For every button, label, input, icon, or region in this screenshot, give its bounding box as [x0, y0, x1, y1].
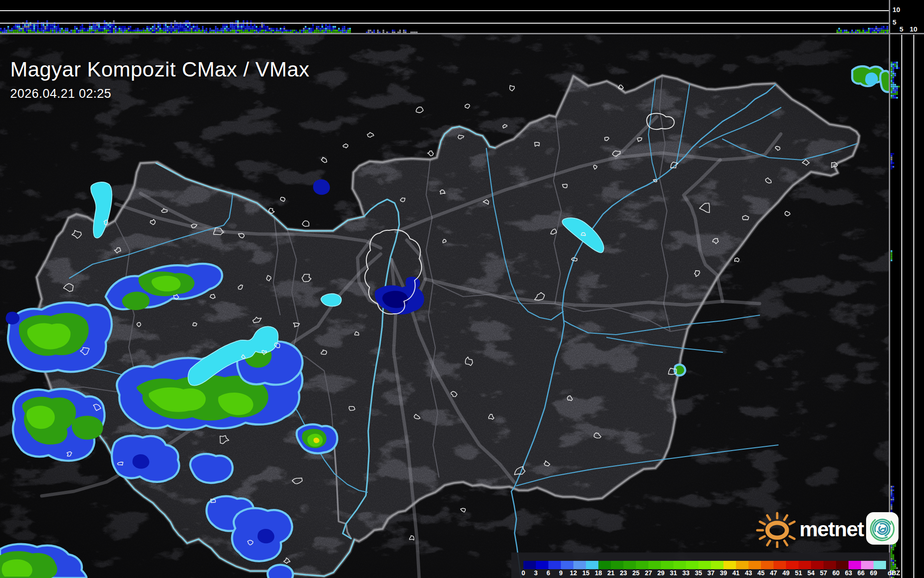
- top-cross-section: [0, 0, 924, 34]
- legend-color-block: [536, 561, 548, 569]
- legend-label: 27: [645, 570, 652, 576]
- legend-color-block: [761, 561, 773, 569]
- sun-icon: [753, 509, 798, 548]
- legend-label: 60: [832, 570, 840, 576]
- legend-color-block: [711, 561, 723, 569]
- legend-label: 35: [695, 570, 702, 576]
- legend-color-block: [548, 561, 561, 569]
- legend-color-block: [849, 561, 861, 569]
- legend-label: 12: [570, 570, 577, 576]
- legend-color-block: [523, 561, 536, 569]
- legend-label: 45: [757, 570, 765, 576]
- top-5km-line: [0, 23, 890, 24]
- page-title: Magyar Kompozit CMax / VMax: [10, 58, 309, 80]
- legend-label: 25: [632, 570, 640, 576]
- legend-color-block: [723, 561, 736, 569]
- legend-color-block: [586, 561, 598, 569]
- legend-label: 51: [795, 570, 802, 576]
- legend-color-block: [836, 561, 849, 569]
- right-5km-line: [901, 35, 902, 578]
- radar-composite-frame: 10 5 5 10 Magyar Kompozit CMax / VMax 20…: [0, 0, 924, 578]
- top-cross-section-canvas: [0, 0, 924, 34]
- legend-color-block: [573, 561, 586, 569]
- legend-color-block: [636, 561, 648, 569]
- legend-color-block: [811, 561, 823, 569]
- top-10km-line: [0, 10, 890, 11]
- legend-label: 63: [845, 570, 852, 576]
- legend-color-block: [598, 561, 611, 569]
- right-cross-section-canvas: [890, 0, 924, 578]
- top-tick-10: 10: [893, 6, 900, 13]
- legend-color-block: [661, 561, 673, 569]
- metnet-app-icon: [866, 512, 899, 545]
- right-tick-5: 5: [899, 25, 903, 32]
- legend-color-block: [611, 561, 623, 569]
- legend-color-block: [673, 561, 686, 569]
- dbz-legend: 0369121518212325272931333537394143454749…: [511, 553, 890, 578]
- right-cross-section: [890, 0, 924, 578]
- legend-label: 21: [607, 570, 615, 576]
- map-canvas: [0, 34, 890, 578]
- legend-color-block: [686, 561, 698, 569]
- legend-color-block: [798, 561, 811, 569]
- legend-color-block: [773, 561, 786, 569]
- legend-label: 47: [770, 570, 777, 576]
- legend-color-block: [861, 561, 874, 569]
- legend-label: 69: [870, 570, 877, 576]
- header: Magyar Kompozit CMax / VMax 2026.04.21 0…: [10, 58, 309, 101]
- legend-label: 57: [820, 570, 827, 576]
- legend-label: 37: [707, 570, 715, 576]
- legend-label: 15: [582, 570, 590, 576]
- legend-label: 18: [595, 570, 602, 576]
- legend-color-block: [823, 561, 836, 569]
- legend-label: 54: [807, 570, 815, 576]
- legend-label: 29: [657, 570, 665, 576]
- legend-label: 9: [559, 570, 563, 576]
- legend-color-block: [786, 561, 798, 569]
- legend-label: 49: [782, 570, 790, 576]
- legend-color-block: [736, 561, 748, 569]
- metnet-logo: metnet: [753, 509, 899, 548]
- legend-unit: dBZ: [887, 570, 900, 576]
- legend-label: 23: [620, 570, 627, 576]
- legend-color-block: [623, 561, 636, 569]
- top-tick-5: 5: [893, 19, 896, 25]
- legend-color-block: [748, 561, 761, 569]
- timestamp: 2026.04.21 02:25: [10, 87, 309, 101]
- legend-color-block: [648, 561, 661, 569]
- map-right-edge: [889, 0, 890, 578]
- legend-label: 41: [732, 570, 740, 576]
- legend-color-block: [561, 561, 573, 569]
- legend-color-block: [698, 561, 711, 569]
- legend-label: 3: [534, 570, 538, 576]
- legend-label: 0: [522, 570, 525, 576]
- legend-label: 33: [682, 570, 690, 576]
- legend-label: 39: [720, 570, 727, 576]
- legend-label: 31: [670, 570, 677, 576]
- right-10km-line: [913, 35, 914, 578]
- legend-label: 6: [547, 570, 550, 576]
- right-tick-10: 10: [910, 25, 918, 32]
- map-top-edge: [0, 33, 924, 34]
- legend-label: 43: [745, 570, 752, 576]
- legend-label: 66: [857, 570, 865, 576]
- logo-wordmark: metnet: [799, 517, 864, 541]
- legend-color-block: [874, 561, 886, 569]
- radar-map: [0, 34, 890, 578]
